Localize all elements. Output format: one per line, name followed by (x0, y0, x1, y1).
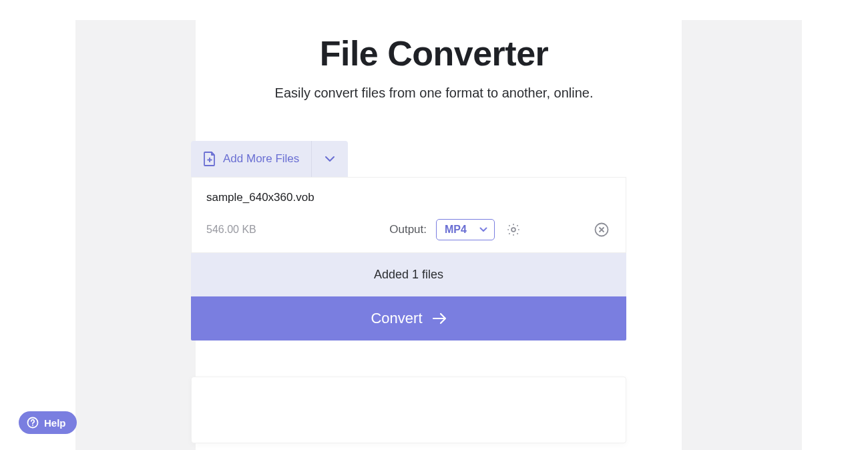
output-label: Output: (389, 223, 427, 236)
arrow-right-icon (432, 312, 447, 324)
file-add-icon (203, 151, 216, 167)
add-more-files-button[interactable]: Add More Files (191, 141, 312, 177)
secondary-panel (191, 377, 626, 443)
file-name: sample_640x360.vob (206, 191, 611, 204)
remove-file-button[interactable] (592, 220, 611, 239)
add-files-dropdown-button[interactable] (312, 141, 348, 177)
svg-point-3 (32, 425, 33, 426)
file-size: 546.00 KB (206, 224, 256, 236)
settings-button[interactable] (504, 220, 523, 239)
output-format-value: MP4 (445, 224, 467, 236)
gear-icon (506, 222, 521, 237)
convert-button[interactable]: Convert (191, 296, 626, 341)
file-row: sample_640x360.vob 546.00 KB Output: MP4 (191, 177, 626, 253)
status-bar: Added 1 files (191, 253, 626, 296)
help-icon (27, 417, 39, 429)
chevron-down-icon (324, 156, 335, 162)
page-subtitle: Easily convert files from one format to … (191, 85, 677, 101)
svg-point-0 (511, 228, 515, 232)
main-content: File Converter Easily convert files from… (191, 20, 677, 443)
help-button[interactable]: Help (19, 411, 77, 434)
add-files-bar: Add More Files (191, 141, 348, 177)
chevron-down-icon (479, 227, 487, 232)
page-title: File Converter (191, 33, 677, 73)
convert-button-label: Convert (371, 310, 422, 327)
output-format-select[interactable]: MP4 (436, 219, 495, 240)
converter-panel: Add More Files sample_640x360.vob 546.00… (191, 141, 626, 443)
help-label: Help (44, 417, 66, 429)
add-more-files-label: Add More Files (223, 152, 299, 166)
close-circle-icon (594, 222, 610, 238)
